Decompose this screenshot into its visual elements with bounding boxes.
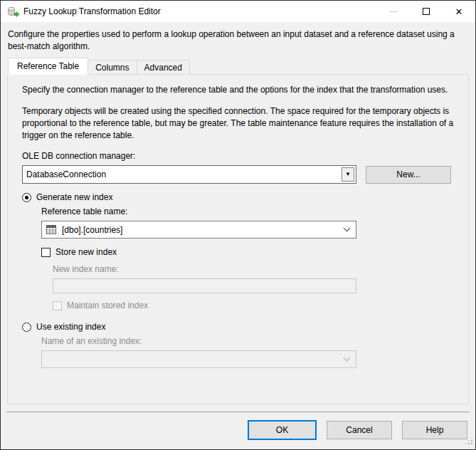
cancel-button[interactable]: Cancel [327,421,392,439]
close-button[interactable]: ✕ [443,1,475,22]
maintain-stored-index-checkbox-row: Maintain stored index [53,300,454,310]
store-new-index-checkbox-row[interactable]: Store new index [41,247,454,257]
reference-table-combobox[interactable]: [dbo].[countries] [41,221,356,239]
fuzzy-lookup-editor-window: Fuzzy Lookup Transformation Editor ✕ Con… [0,0,476,450]
tab-columns[interactable]: Columns [88,60,137,75]
new-index-name-input [53,278,356,293]
help-button[interactable]: Help [402,421,467,439]
close-icon: ✕ [455,7,463,16]
tab-strip: Reference Table Columns Advanced [8,58,475,75]
resize-grip[interactable] [465,437,473,447]
intro-text-2: Temporary objects will be created using … [22,105,454,142]
maintain-stored-index-label: Maintain stored index [67,300,148,310]
chevron-down-icon-disabled [344,355,351,362]
ole-db-connection-label: OLE DB connection manager: [22,151,454,161]
store-new-index-checkbox[interactable] [41,248,51,257]
intro-text-1: Specify the connection manager to the re… [22,84,454,96]
reference-table-value: [dbo].[countries] [62,225,122,235]
titlebar: Fuzzy Lookup Transformation Editor ✕ [1,1,475,22]
minimize-button[interactable] [377,1,410,22]
existing-index-combobox [41,350,356,368]
dialog-description: Configure the properties used to perform… [1,22,475,58]
use-existing-index-radio[interactable] [22,323,31,332]
existing-index-section: Name of an existing index: [41,336,454,368]
reference-table-tab-page: Specify the connection manager to the re… [7,74,469,404]
use-existing-index-radio-row[interactable]: Use existing index [22,322,454,332]
maintain-stored-index-checkbox [53,301,62,310]
generate-new-index-radio[interactable] [22,193,31,202]
existing-index-name-label: Name of an existing index: [41,336,454,346]
maximize-icon [423,8,430,15]
store-new-index-label: Store new index [55,247,117,257]
generate-new-index-label: Generate new index [36,192,112,202]
ole-db-connection-combobox[interactable]: DatabaseConnection ▼ [22,165,356,184]
new-index-name-label: New index name: [53,264,454,274]
new-connection-button[interactable]: New... [366,166,451,184]
connection-manager-row: DatabaseConnection ▼ New... [22,165,454,184]
minimize-icon [390,11,398,12]
window-controls: ✕ [377,1,475,22]
table-icon [46,225,56,234]
maximize-button[interactable] [410,1,443,22]
tab-reference-table[interactable]: Reference Table [8,58,88,75]
reference-table-name-label: Reference table name: [41,206,454,216]
footer-button-row: OK Cancel Help [1,412,475,440]
dropdown-arrow-icon[interactable]: ▼ [342,167,354,182]
generate-index-section: Reference table name: [dbo].[countries] [41,206,454,310]
ole-db-connection-value: DatabaseConnection [23,169,342,179]
use-existing-index-label: Use existing index [36,322,105,332]
store-index-section: New index name: Maintain stored index [53,264,454,310]
chevron-down-icon [344,225,351,232]
generate-new-index-radio-row[interactable]: Generate new index [22,192,454,202]
ok-button[interactable]: OK [248,420,317,440]
window-title: Fuzzy Lookup Transformation Editor [23,6,161,16]
tab-advanced[interactable]: Advanced [137,60,190,75]
fuzzy-lookup-app-icon [6,6,19,17]
